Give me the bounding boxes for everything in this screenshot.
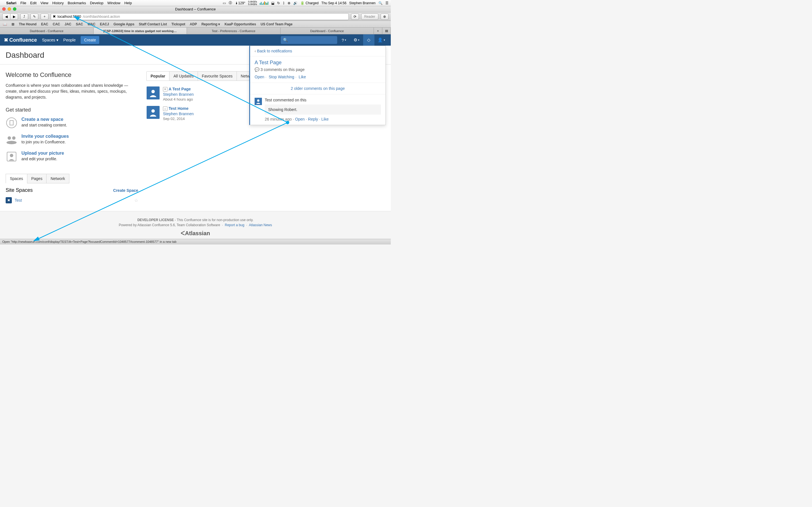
bookmark-item[interactable]: Staff Contact List <box>139 22 167 26</box>
menu-help[interactable]: Help <box>124 1 132 5</box>
accessibility-icon[interactable]: ⓪ <box>229 1 232 5</box>
traffic-lights[interactable] <box>2 7 16 11</box>
create-space-link-2[interactable]: Create Space <box>113 188 138 193</box>
url-field[interactable]: ✖ localhost:5560/conf/dashboard.action <box>51 13 349 20</box>
menu-develop[interactable]: Develop <box>90 1 103 5</box>
browser-tab[interactable]: Dashboard - Confluence <box>281 27 374 34</box>
browser-tab[interactable]: Dashboard - Confluence <box>0 27 94 34</box>
bookmark-item[interactable]: ADP <box>190 22 197 26</box>
dropbox-icon[interactable]: ⬓ <box>271 1 274 5</box>
nav-spaces[interactable]: Spaces ▾ <box>42 38 58 42</box>
battery-icon[interactable]: 🔋 Charged <box>300 1 318 5</box>
feed-time: Sep 02, 2014 <box>163 117 194 121</box>
search-input[interactable]: 🔍 <box>281 36 337 44</box>
browser-tab[interactable]: [CSP-128633] time in status gadget not w… <box>94 27 187 34</box>
site-spaces-heading: Site Spaces <box>6 187 33 193</box>
feed-time: About 4 hours ago <box>163 97 194 101</box>
add-tab-button[interactable]: ＋ <box>41 13 49 20</box>
bookmark-item[interactable]: Reporting ▾ <box>201 22 220 26</box>
tab-favourite[interactable]: Favourite Spaces <box>198 71 237 80</box>
menu-view[interactable]: View <box>41 1 49 5</box>
bookmark-item[interactable]: EACJ <box>100 22 109 26</box>
avatar[interactable] <box>147 87 160 100</box>
older-comments-link[interactable]: 2 older comments on this page <box>250 82 386 94</box>
notification-center-icon[interactable]: ☰ <box>386 1 389 5</box>
feed-author[interactable]: Stephen Brannen <box>163 92 194 97</box>
back-to-notifications[interactable]: Back to notifications <box>250 46 386 56</box>
menu-bookmarks[interactable]: Bookmarks <box>68 1 86 5</box>
notif-open[interactable]: Open <box>255 75 264 79</box>
profile-icon[interactable]: 👤 <box>375 34 387 46</box>
comment-open[interactable]: Open <box>295 117 305 121</box>
feed-title[interactable]: A Test Page <box>168 87 191 91</box>
upload-pic-link[interactable]: Upload your picture <box>21 151 64 156</box>
license-label: DEVELOPER LICENSE <box>137 218 174 222</box>
wifi-icon[interactable]: ⊕ <box>288 1 290 5</box>
atlassian-logo[interactable]: ᐸAtlassian <box>0 230 391 237</box>
volume-icon[interactable]: 🔊 <box>293 1 297 5</box>
bookmark-item[interactable]: KaaP Opportunities <box>224 22 256 26</box>
notif-title[interactable]: A Test Page <box>255 60 381 66</box>
tab-network-lower[interactable]: Network <box>46 174 69 183</box>
confluence-logo[interactable]: ✖Confluence <box>4 37 37 43</box>
display-icon[interactable]: ▭ <box>223 1 226 5</box>
svg-point-0 <box>6 118 17 128</box>
reader-button[interactable]: Reader <box>361 13 378 20</box>
share-button[interactable]: ⤴ <box>20 13 28 20</box>
menu-window[interactable]: Window <box>107 1 120 5</box>
bookmark-item[interactable]: Tickspot <box>171 22 185 26</box>
tab-all-updates[interactable]: All Updates <box>169 71 198 80</box>
report-bug-link[interactable]: Report a bug <box>225 223 244 227</box>
nav-people[interactable]: People <box>63 38 76 42</box>
bookmark-item[interactable]: WAC <box>87 22 95 26</box>
menu-file[interactable]: File <box>20 1 26 5</box>
comment-avatar[interactable] <box>255 98 262 105</box>
feed-title[interactable]: Test Home <box>168 106 189 111</box>
reading-list-icon[interactable]: 📖 <box>3 22 7 26</box>
comment-like[interactable]: Like <box>321 117 329 121</box>
invite-link[interactable]: Invite your colleagues <box>21 134 69 139</box>
bookmark-item[interactable]: SAC <box>76 22 83 26</box>
back-button[interactable]: ◀ <box>2 13 10 20</box>
star-icon[interactable]: ☆ <box>134 198 138 203</box>
reload-button[interactable]: ⟳ <box>351 13 359 20</box>
forward-button[interactable]: ▶ <box>10 13 18 20</box>
menu-history[interactable]: History <box>52 1 63 5</box>
create-button[interactable]: Create <box>81 36 99 44</box>
window-title: Dashboard – Confluence <box>175 7 216 11</box>
tab-spaces[interactable]: Spaces <box>6 174 28 183</box>
tab-pages[interactable]: Pages <box>27 174 47 183</box>
bookmark-item[interactable]: EAC <box>41 22 48 26</box>
comment-reply[interactable]: Reply <box>308 117 318 121</box>
bookmark-item[interactable]: The Hound <box>19 22 37 26</box>
sync-icon[interactable]: ↻ <box>277 1 280 5</box>
bookmark-button[interactable]: ✎ <box>31 13 38 20</box>
bookmark-item[interactable]: Google Apps <box>113 22 134 26</box>
help-icon[interactable]: ? <box>338 34 350 46</box>
svg-point-8 <box>151 109 155 113</box>
bookmark-item[interactable]: JAC <box>64 22 71 26</box>
tab-overview-button[interactable]: ▤ <box>382 27 391 34</box>
tab-popular[interactable]: Popular <box>147 71 169 80</box>
spotlight-icon[interactable]: 🔍 <box>378 1 383 5</box>
browser-tab[interactable]: Test - Preferences - Confluence <box>187 27 281 34</box>
notif-like[interactable]: Like <box>299 75 306 79</box>
notifications-icon[interactable]: ◇ <box>363 34 374 46</box>
datetime[interactable]: Thu Sep 4 14:56 <box>321 1 347 5</box>
bookmark-item[interactable]: CAC <box>53 22 60 26</box>
top-sites-icon[interactable]: ⊞ <box>11 22 14 26</box>
user-name[interactable]: Stephen Brannen <box>349 1 375 5</box>
feed-author[interactable]: Stephen Brannen <box>163 112 194 116</box>
space-link[interactable]: Test <box>15 198 22 203</box>
create-space-link[interactable]: Create a new space <box>21 117 67 122</box>
avatar[interactable] <box>147 106 160 119</box>
news-link[interactable]: Atlassian News <box>249 223 272 227</box>
settings-icon[interactable]: ⚙ <box>351 34 362 46</box>
downloads-button[interactable]: ⊕ <box>380 13 389 20</box>
new-tab-button[interactable]: ＋ <box>374 27 382 34</box>
bookmark-item[interactable]: US Conf Team Page <box>260 22 292 26</box>
menu-edit[interactable]: Edit <box>30 1 36 5</box>
bluetooth-icon[interactable]: ᛒ <box>283 1 285 5</box>
notif-stop-watching[interactable]: Stop Watching <box>269 75 294 79</box>
app-name[interactable]: Safari <box>6 1 16 5</box>
